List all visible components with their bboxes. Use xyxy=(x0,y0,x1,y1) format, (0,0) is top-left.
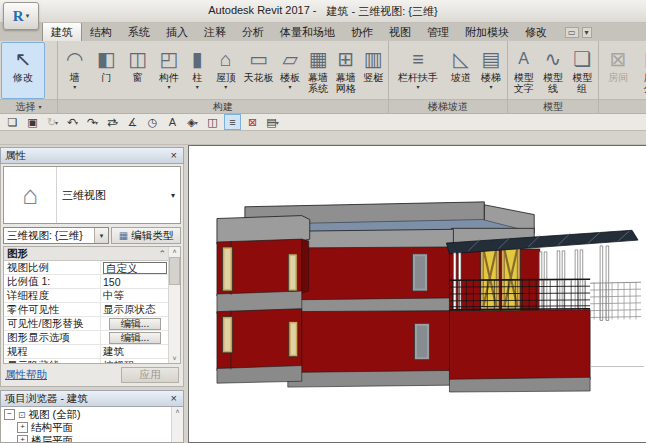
instance-selector-combobox[interactable]: 三维视图: {三维} ▾ xyxy=(3,227,109,244)
scroll-down-icon[interactable]: ˅ xyxy=(172,354,176,363)
component-button[interactable]: ◰ 构件 ▾ xyxy=(153,42,184,99)
redo-button[interactable]: ↷▾ xyxy=(84,114,101,130)
floor-icon: ▱ xyxy=(282,46,297,72)
panel-circulation: ≡ 栏杆扶手 ▾ ◺ 坡道 ▤ 楼梯 ▾ 楼梯坡道 xyxy=(389,41,508,113)
chevron-down-icon: ▾ xyxy=(168,84,171,90)
text-button[interactable]: A xyxy=(164,114,181,130)
ribbon-minimize-icon[interactable]: ▭ xyxy=(565,27,579,38)
property-row: 图形显示选项 编辑... xyxy=(4,331,169,345)
close-hidden-windows-button[interactable]: ⊠ xyxy=(244,114,261,130)
tab-insert[interactable]: 插入 xyxy=(158,23,196,41)
chevron-down-icon[interactable]: ▾ xyxy=(582,27,592,38)
chevron-down-icon[interactable]: ▾ xyxy=(171,191,175,200)
room-separator-button[interactable]: ◩ 房间 分隔 xyxy=(636,42,646,99)
tab-massing-site[interactable]: 体量和场地 xyxy=(272,23,343,41)
window-button[interactable]: ◫ 窗 xyxy=(122,42,153,99)
undo-button[interactable]: ↶▾ xyxy=(64,114,81,130)
show-hidden-lines-value[interactable]: 按规程 xyxy=(101,359,169,365)
tab-analyze[interactable]: 分析 xyxy=(234,23,272,41)
project-browser-header[interactable]: 项目浏览器 - 建筑 × xyxy=(0,390,184,407)
properties-palette-header[interactable]: 属性 × xyxy=(0,147,184,164)
edit-type-button[interactable]: ▦ 编辑类型 xyxy=(111,227,181,244)
browser-scrollbar[interactable]: ˄ xyxy=(171,407,183,442)
application-menu-button[interactable]: R ▾ xyxy=(3,2,39,30)
tab-modify[interactable]: 修改 xyxy=(517,23,555,41)
curtain-system-button[interactable]: ▦ 幕墙 系统 xyxy=(304,42,332,99)
collapse-expander-icon[interactable]: − xyxy=(4,409,15,420)
property-group-graphics[interactable]: 图形 ⌃ xyxy=(4,247,169,261)
model-line-icon: ∿ xyxy=(545,46,562,72)
save-button[interactable]: ▣ xyxy=(24,114,41,130)
chevron-down-icon[interactable]: ▾ xyxy=(94,228,108,243)
measure-button[interactable]: ⇄▾ xyxy=(104,114,121,130)
scale-value[interactable]: 150 xyxy=(101,276,169,288)
panel-label-build: 构建 xyxy=(58,99,388,113)
section-button[interactable]: ◫ xyxy=(204,114,221,130)
window-title-document: 建筑 - 三维视图: {三维} xyxy=(326,4,437,19)
property-row: 规程 建筑 xyxy=(4,345,169,359)
tree-item-floor-plans[interactable]: + 楼层平面 xyxy=(2,434,171,443)
ramp-button[interactable]: ◺ 坡道 xyxy=(446,42,476,99)
railing-icon: ≡ xyxy=(412,46,424,72)
aligned-dimension-button[interactable]: ∡ xyxy=(124,114,141,130)
tab-addins[interactable]: 附加模块 xyxy=(457,23,517,41)
panel-label-select[interactable]: 选择 ▾ xyxy=(0,99,57,113)
model-text-button[interactable]: A 模型 文字 xyxy=(509,42,538,99)
scroll-up-icon[interactable]: ˄ xyxy=(172,247,176,256)
tab-structure[interactable]: 结构 xyxy=(82,23,120,41)
door-button[interactable]: ◧ 门 xyxy=(90,42,121,99)
text-icon: A xyxy=(169,116,176,128)
sync-button[interactable]: ↻▾ xyxy=(44,114,61,130)
chevron-down-icon: ▾ xyxy=(26,12,30,20)
stair-button[interactable]: ▤ 楼梯 ▾ xyxy=(476,42,506,99)
open-button[interactable]: ❏ xyxy=(4,114,21,130)
visibility-graphics-edit-button[interactable]: 编辑... xyxy=(109,318,161,330)
curtain-grid-button[interactable]: ⊞ 幕墙 网格 xyxy=(332,42,360,99)
tab-collaborate[interactable]: 协作 xyxy=(343,23,381,41)
type-selector[interactable]: ⌂ 三维视图 ▾ xyxy=(3,166,181,224)
drawing-area[interactable] xyxy=(188,145,646,443)
modify-cursor-icon: ↖ xyxy=(15,46,32,72)
close-icon[interactable]: × xyxy=(169,150,179,161)
graphic-display-options-edit-button[interactable]: 编辑... xyxy=(109,332,161,344)
properties-palette: ⌂ 三维视图 ▾ 三维视图: {三维} ▾ ▦ 编辑类型 xyxy=(0,164,184,387)
model-group-button[interactable]: ❏ 模型 组 xyxy=(568,42,597,99)
apply-button[interactable]: 应用 xyxy=(121,367,179,383)
switch-windows-button[interactable]: ▤▾ xyxy=(264,114,281,130)
chevron-down-icon: ▾ xyxy=(95,119,98,126)
room-button[interactable]: ⊠ 房间 xyxy=(600,42,636,99)
model-line-button[interactable]: ∿ 模型 线 xyxy=(538,42,567,99)
roof-button[interactable]: ⌂ 屋顶 ▾ xyxy=(210,42,241,99)
tab-architecture[interactable]: 建筑 xyxy=(42,22,82,41)
tree-item-views-all[interactable]: − ⊡ 视图 (全部) xyxy=(2,408,171,421)
column-button[interactable]: ▮ 柱 ▾ xyxy=(185,42,210,99)
scrollbar-thumb[interactable] xyxy=(169,257,180,285)
close-icon[interactable]: × xyxy=(169,393,179,404)
tree-item-structural-plans[interactable]: + 结构平面 xyxy=(2,421,171,434)
modify-tool-button[interactable]: ↖ 修改 xyxy=(1,42,45,99)
default-3d-view-button[interactable]: ◈▾ xyxy=(184,114,201,130)
view-scale-value[interactable]: 自定义 xyxy=(103,262,167,274)
tab-view[interactable]: 视图 xyxy=(381,23,419,41)
tab-systems[interactable]: 系统 xyxy=(120,23,158,41)
mullion-button[interactable]: ▥ 竖梃 xyxy=(359,42,387,99)
properties-scrollbar[interactable]: ˄ ˅ xyxy=(168,247,180,363)
detail-level-value[interactable]: 中等 xyxy=(101,289,169,303)
parts-visibility-value[interactable]: 显示原状态 xyxy=(101,303,169,317)
floor-button[interactable]: ▱ 楼板 ▾ xyxy=(276,42,304,99)
properties-help-link[interactable]: 属性帮助 xyxy=(5,368,47,382)
thin-lines-button[interactable]: ≡ xyxy=(224,114,241,130)
expand-expander-icon[interactable]: + xyxy=(17,435,28,443)
3d-model-canvas[interactable] xyxy=(189,146,646,442)
discipline-value[interactable]: 建筑 xyxy=(101,345,169,359)
expand-expander-icon[interactable]: + xyxy=(17,422,28,433)
wall-button[interactable]: ◠ 墙 ▾ xyxy=(59,42,90,99)
railing-button[interactable]: ≡ 栏杆扶手 ▾ xyxy=(390,42,446,99)
tab-annotate[interactable]: 注释 xyxy=(196,23,234,41)
ceiling-button[interactable]: ▭ 天花板 xyxy=(241,42,276,99)
roof-icon: ⌂ xyxy=(220,46,232,72)
tab-manage[interactable]: 管理 xyxy=(419,23,457,41)
scroll-up-icon[interactable]: ˄ xyxy=(175,407,179,416)
tag-button[interactable]: ◷ xyxy=(144,114,161,130)
door-icon: ◧ xyxy=(97,46,116,72)
